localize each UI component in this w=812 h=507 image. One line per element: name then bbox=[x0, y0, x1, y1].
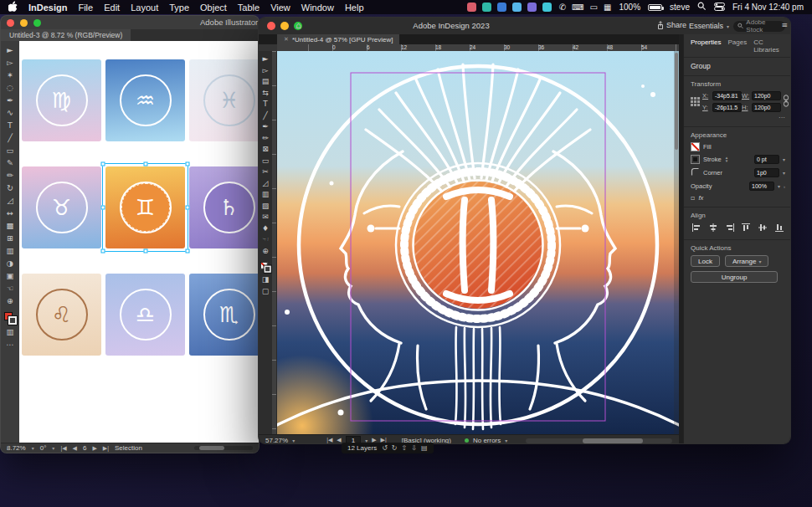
fill-swatch[interactable] bbox=[691, 142, 700, 151]
hand-tool[interactable]: ☜ bbox=[7, 283, 14, 294]
x-label[interactable]: X: bbox=[702, 92, 712, 100]
align-top-button[interactable] bbox=[742, 223, 750, 233]
menu-item[interactable]: Edit bbox=[104, 3, 120, 13]
minimize-button[interactable] bbox=[280, 22, 289, 30]
thumb-taurus[interactable]: ♉ bbox=[22, 166, 101, 248]
rotate-tool[interactable]: ↻ bbox=[7, 182, 13, 193]
workspace-switcher[interactable]: Essentials▾ bbox=[689, 22, 729, 30]
rectangle-frame-tool[interactable]: ⊠ bbox=[262, 144, 269, 155]
selection-handle[interactable] bbox=[186, 249, 190, 254]
adobe-stock-search[interactable]: Adobe Stock bbox=[733, 21, 785, 32]
layers-quick-bar[interactable]: 12 Layers ↺↻⇧⇩▤ bbox=[342, 443, 434, 453]
align-bottom-button[interactable] bbox=[775, 223, 784, 233]
ungroup-button[interactable]: Ungroup bbox=[691, 271, 778, 283]
note-tool[interactable]: ✉ bbox=[262, 212, 269, 223]
scrollbar-thumb[interactable] bbox=[675, 53, 678, 150]
scale-tool[interactable]: ◿ bbox=[7, 195, 13, 206]
paintbrush-tool[interactable]: ✎ bbox=[7, 157, 13, 168]
spotlight-icon[interactable] bbox=[697, 2, 707, 13]
selection-handle[interactable] bbox=[101, 206, 105, 210]
more-tools-icon[interactable]: ⋯ bbox=[6, 339, 14, 350]
h-field[interactable]: 120p0 bbox=[752, 103, 781, 112]
pencil-tool[interactable]: ✏ bbox=[7, 170, 13, 181]
tab-pages[interactable]: Pages bbox=[727, 38, 747, 54]
y-label[interactable]: Y: bbox=[702, 104, 712, 111]
illustrator-document-tab[interactable]: Untitled-3 @ 8.72 % (RGB/Preview) bbox=[1, 29, 131, 41]
selection-bounding-box[interactable] bbox=[102, 163, 188, 252]
stroke-dropdown-icon[interactable]: ▾ bbox=[783, 156, 785, 162]
selection-handle[interactable] bbox=[101, 162, 105, 166]
prev-artboard-button[interactable]: ◀ bbox=[73, 445, 77, 452]
line-tool[interactable]: ╱ bbox=[8, 132, 13, 143]
stroke-swatch[interactable] bbox=[691, 155, 700, 164]
w-field[interactable]: 120p0 bbox=[752, 91, 781, 100]
close-button[interactable] bbox=[267, 22, 275, 30]
menu-item[interactable]: Object bbox=[200, 3, 227, 13]
align-middle-vertical-button[interactable] bbox=[758, 223, 767, 233]
selection-handle[interactable] bbox=[186, 206, 190, 210]
pen-tool[interactable]: ✒ bbox=[262, 121, 269, 132]
page-tool[interactable]: ▤ bbox=[262, 76, 270, 87]
menu-item[interactable]: Help bbox=[345, 3, 364, 13]
mesh-tool[interactable]: ⊞ bbox=[7, 233, 13, 243]
normal-view-icon[interactable]: ◨ bbox=[262, 274, 270, 285]
selection-handle[interactable] bbox=[186, 162, 190, 166]
redo-icon[interactable]: ↻ bbox=[392, 444, 398, 452]
tab-properties[interactable]: Properties bbox=[691, 38, 721, 54]
undo-icon[interactable]: ↺ bbox=[382, 444, 388, 452]
align-left-button[interactable] bbox=[692, 223, 701, 233]
lock-button[interactable]: Lock bbox=[691, 255, 720, 267]
illustrator-canvas[interactable]: ♍ ♒ ♓ bbox=[19, 41, 259, 443]
rectangle-tool[interactable]: ▭ bbox=[262, 156, 270, 166]
minimize-button[interactable] bbox=[20, 19, 28, 27]
artboard-number[interactable]: 6 bbox=[83, 444, 86, 452]
keyboard-icon[interactable]: ⌨ bbox=[572, 3, 583, 12]
indesign-canvas[interactable] bbox=[277, 51, 679, 434]
home-icon[interactable]: ⌂ bbox=[296, 20, 301, 31]
object-style-icon[interactable]: ▫ bbox=[691, 194, 695, 202]
reference-point-locator[interactable] bbox=[691, 97, 700, 106]
scrollbar-thumb[interactable] bbox=[583, 438, 643, 443]
horizontal-scrollbar[interactable] bbox=[194, 446, 253, 450]
align-right-button[interactable] bbox=[726, 223, 734, 233]
eyedropper-tool[interactable]: ♦ bbox=[262, 223, 269, 234]
print-icon[interactable]: ▤ bbox=[421, 444, 428, 452]
stroke-weight-field[interactable]: 0 pt bbox=[754, 155, 779, 164]
menubar-clock[interactable]: Fri 4 Nov 12:40 pm bbox=[732, 3, 804, 12]
first-artboard-button[interactable]: |◀ bbox=[60, 445, 66, 452]
first-page-button[interactable]: |◀ bbox=[326, 437, 332, 443]
horizontal-ruler[interactable]: 061218243036424854 bbox=[277, 44, 679, 51]
launchpad-icon[interactable]: ▦ bbox=[604, 3, 611, 12]
thumb-virgo[interactable]: ♍ bbox=[22, 59, 101, 141]
thumb-libra[interactable]: ♎ bbox=[105, 274, 185, 356]
menu-item[interactable]: Window bbox=[301, 3, 334, 13]
blend-tool[interactable]: ◑ bbox=[7, 258, 13, 269]
y-field[interactable]: -26p11.5 bbox=[712, 103, 742, 112]
apple-menu-icon[interactable] bbox=[8, 1, 18, 13]
thumb-aquarius[interactable]: ♒ bbox=[105, 59, 185, 141]
artboard-tool[interactable]: ▣ bbox=[7, 270, 14, 281]
w-label[interactable]: W: bbox=[742, 92, 752, 100]
battery-icon[interactable] bbox=[648, 4, 662, 11]
free-transform-tool[interactable]: ▩ bbox=[7, 220, 14, 231]
opacity-label[interactable]: Opacity bbox=[691, 182, 712, 190]
draw-mode-icon[interactable]: ▥ bbox=[7, 326, 14, 337]
selection-handle[interactable] bbox=[101, 249, 105, 254]
zoom-dropdown-icon[interactable]: ▾ bbox=[292, 438, 295, 443]
share-icon[interactable]: ⇧ bbox=[402, 444, 408, 452]
thumb-pisces[interactable]: ♓ bbox=[189, 59, 259, 141]
corner-label[interactable]: Corner bbox=[703, 169, 722, 177]
x-field[interactable]: -34p5.81 bbox=[712, 91, 742, 100]
fill-stroke-swatches[interactable] bbox=[260, 262, 271, 273]
menu-item[interactable]: Table bbox=[238, 3, 260, 13]
zoom-level[interactable]: 8.72% bbox=[7, 444, 26, 452]
opacity-dropdown-icon[interactable]: ▾ bbox=[778, 183, 780, 189]
prev-page-button[interactable]: ◀ bbox=[337, 437, 341, 443]
pen-tool[interactable]: ✒ bbox=[7, 95, 13, 105]
constrain-proportions-icon[interactable] bbox=[783, 95, 789, 109]
stroke-swatch[interactable] bbox=[8, 316, 17, 325]
save-icon[interactable]: ⇩ bbox=[411, 444, 417, 452]
menubar-app-teal[interactable] bbox=[482, 3, 491, 12]
menubar-user-label[interactable]: steve bbox=[670, 3, 690, 12]
fx-icon[interactable]: fx bbox=[698, 194, 703, 202]
